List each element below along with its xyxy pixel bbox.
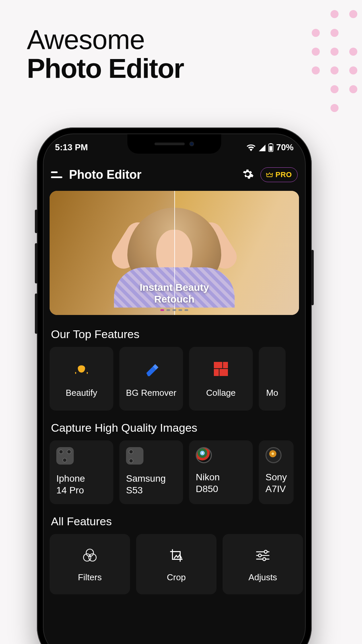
wifi-icon [247,144,255,151]
menu-icon[interactable] [51,171,62,178]
nikon-lens-icon [196,447,212,463]
feature-adjusts[interactable]: Adjusts [223,534,303,594]
svg-point-17 [258,554,261,557]
headline-line2: Photo Editor [27,54,184,83]
section-top-features: Our Top Features [44,317,305,347]
samsung-camera-icon [126,447,143,465]
svg-rect-6 [214,362,222,368]
camera-iphone[interactable]: Iphone14 Pro [50,440,113,504]
status-time: 5:13 PM [55,142,88,153]
crown-icon [266,172,273,177]
feature-bg-remover[interactable]: BG Remover [119,347,183,411]
hero-banner[interactable]: Instant Beauty Retouch [50,191,299,315]
svg-rect-9 [220,369,228,376]
iphone-camera-icon [56,447,74,465]
collage-icon [214,360,228,378]
sony-lens-icon [265,447,282,463]
camera-sony[interactable]: SonyA7IV [259,440,294,504]
signal-icon [258,144,265,151]
feature-more[interactable]: Mo [259,347,286,411]
crop-icon [169,546,184,565]
feature-crop[interactable]: Crop [136,534,217,594]
section-all-features: All Features [44,504,305,534]
battery-percent: 70% [276,142,294,153]
pro-label: PRO [276,170,292,179]
top-features-row: Beautify BG Remover Collage Mo [44,347,305,411]
svg-point-16 [264,550,267,553]
svg-point-18 [263,557,266,560]
filters-icon [82,546,98,565]
camera-samsung[interactable]: SamsungS53 [119,440,183,504]
all-features-row: Filters Crop Adjusts [44,534,305,594]
settings-icon[interactable] [242,168,254,181]
hero-title: Instant Beauty Retouch [50,282,299,305]
camera-nikon[interactable]: NikonD850 [189,440,253,504]
adjusts-icon [255,546,271,565]
decorative-dots [312,10,355,110]
section-capture: Capture High Quality Images [44,411,305,440]
eraser-icon [143,360,159,378]
carousel-indicator[interactable] [161,309,188,311]
feature-filters[interactable]: Filters [50,534,130,594]
feature-beautify[interactable]: Beautify [50,347,113,411]
feature-collage[interactable]: Collage [189,347,253,411]
pro-button[interactable]: PRO [260,167,298,182]
headline-line1: Awesome [27,24,145,55]
cameras-row: Iphone14 Pro SamsungS53 NikonD850 SonyA7… [44,440,305,504]
phone-mockup: 5:13 PM 70% Photo Editor PRO [37,127,312,644]
svg-rect-7 [223,362,228,368]
phone-notch [127,134,221,154]
beautify-icon [73,360,90,378]
svg-rect-8 [214,369,219,376]
promo-headline: Awesome Photo Editor [27,25,184,83]
svg-rect-2 [269,146,273,151]
app-header: Photo Editor PRO [44,155,305,189]
app-title: Photo Editor [69,168,235,182]
battery-icon [268,143,274,152]
